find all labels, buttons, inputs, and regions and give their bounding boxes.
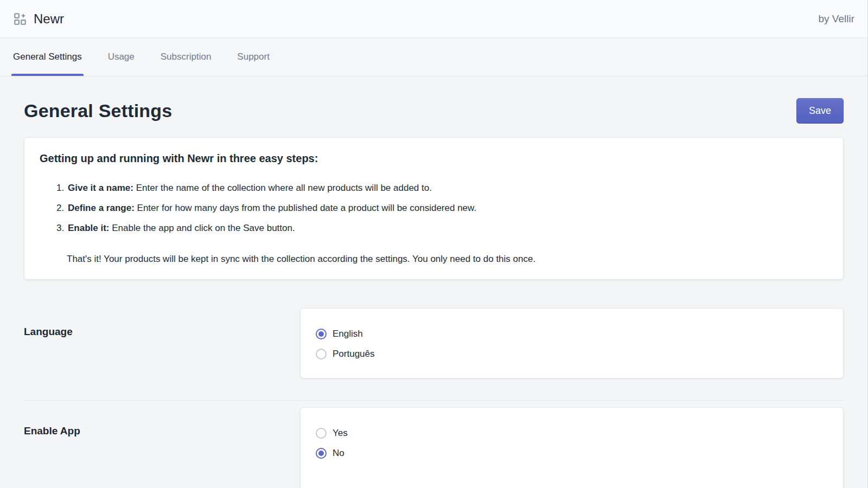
setup-step-lead: Enable it: bbox=[68, 223, 110, 233]
radio-option-portugues[interactable]: Português bbox=[316, 344, 375, 364]
enable-app-label: Enable App bbox=[24, 425, 80, 436]
page-head: General Settings Save bbox=[24, 98, 844, 124]
page-title: General Settings bbox=[24, 100, 172, 121]
app-grid-plus-icon bbox=[13, 12, 27, 26]
radio-selected-icon[interactable] bbox=[316, 329, 327, 339]
radio-option-english[interactable]: English bbox=[316, 324, 363, 344]
setup-step: Define a range: Enter for how many days … bbox=[67, 198, 828, 218]
radio-unselected-icon[interactable] bbox=[316, 349, 327, 359]
main-content: General Settings Save Getting up and run… bbox=[0, 98, 867, 488]
setup-step-text: Enter the name of the collection where a… bbox=[136, 183, 432, 193]
tab-general-settings[interactable]: General Settings bbox=[13, 38, 82, 76]
setup-step: Give it a name: Enter the name of the co… bbox=[67, 178, 828, 198]
radio-option-label: Yes bbox=[333, 428, 348, 439]
setup-heading: Getting up and running with Newr in thre… bbox=[40, 152, 828, 165]
enable-app-card: Yes No bbox=[300, 407, 844, 488]
setup-step: Enable it: Enable the app and click on t… bbox=[67, 218, 828, 238]
tab-subscription[interactable]: Subscription bbox=[161, 38, 212, 76]
app-byline: by Vellir bbox=[818, 13, 854, 25]
radio-option-yes[interactable]: Yes bbox=[316, 423, 348, 443]
radio-selected-icon[interactable] bbox=[316, 448, 327, 459]
radio-option-no[interactable]: No bbox=[316, 443, 344, 463]
app-name: Newr bbox=[34, 11, 64, 27]
language-label: Language bbox=[24, 326, 73, 337]
save-button[interactable]: Save bbox=[796, 98, 844, 124]
setup-step-text: Enter for how many days from the publish… bbox=[137, 203, 477, 213]
tab-bar: General Settings Usage Subscription Supp… bbox=[0, 38, 867, 76]
setup-step-text: Enable the app and click on the Save but… bbox=[112, 223, 295, 233]
setup-steps-list: Give it a name: Enter the name of the co… bbox=[40, 178, 828, 238]
setup-step-lead: Give it a name: bbox=[68, 183, 133, 193]
app-title-group: Newr bbox=[13, 11, 64, 27]
app-header: Newr by Vellir bbox=[0, 0, 867, 38]
radio-option-label: Português bbox=[333, 349, 375, 359]
setup-guide-card: Getting up and running with Newr in thre… bbox=[24, 137, 844, 280]
language-label-col: Language bbox=[24, 308, 300, 338]
language-section: Language English Português bbox=[24, 308, 844, 378]
tab-support[interactable]: Support bbox=[237, 38, 270, 76]
radio-option-label: No bbox=[333, 448, 344, 459]
section-divider bbox=[24, 400, 844, 401]
radio-unselected-icon[interactable] bbox=[316, 428, 327, 439]
setup-footer-note: That's it! Your products will be kept in… bbox=[67, 252, 828, 266]
setup-step-lead: Define a range: bbox=[68, 203, 135, 213]
radio-option-label: English bbox=[333, 329, 363, 339]
enable-app-label-col: Enable App bbox=[24, 407, 300, 437]
enable-app-section: Enable App Yes No bbox=[24, 407, 844, 488]
tab-usage[interactable]: Usage bbox=[108, 38, 135, 76]
language-card: English Português bbox=[300, 308, 844, 378]
